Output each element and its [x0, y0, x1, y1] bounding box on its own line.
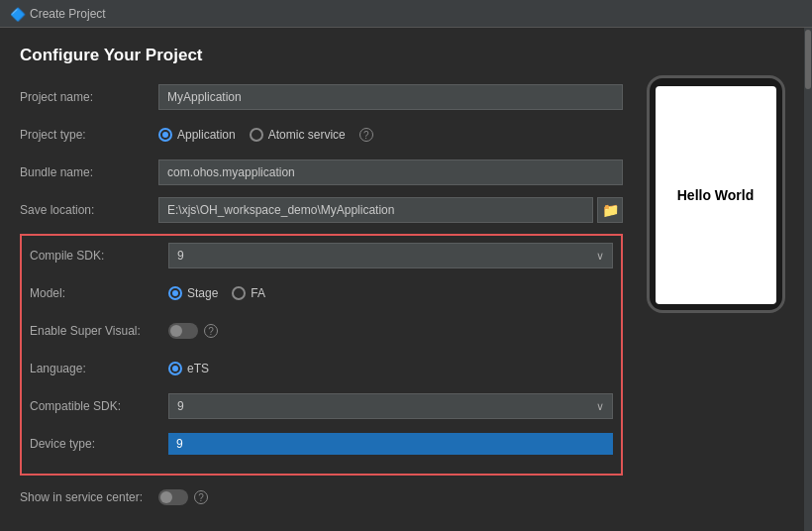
hello-world-text: Hello World [677, 187, 755, 203]
radio-atomic-service-circle [250, 128, 263, 142]
app-icon: 🔷 [10, 7, 24, 21]
super-visual-label: Enable Super Visual: [30, 324, 168, 338]
compatible-sdk-chevron: ∨ [596, 400, 604, 413]
phone-screen: Hello World [656, 86, 776, 304]
title-bar: 🔷 Create Project [0, 0, 812, 28]
radio-ets-circle [168, 362, 182, 375]
device-type-selected[interactable]: 9 [168, 433, 613, 455]
browse-button[interactable]: 📁 [597, 197, 623, 223]
radio-fa-circle [232, 286, 246, 300]
radio-ets-label: eTS [187, 362, 209, 375]
service-center-label: Show in service center: [20, 490, 158, 504]
compatible-sdk-row: Compatible SDK: 9 ∨ [30, 392, 613, 420]
bundle-name-row: Bundle name: [20, 159, 623, 186]
project-type-row: Project type: Application Atomic service… [20, 121, 623, 149]
scrollbar[interactable] [804, 28, 812, 531]
radio-application-label: Application [177, 128, 236, 142]
dialog-heading: Configure Your Project [20, 46, 623, 65]
project-name-input[interactable] [158, 84, 623, 110]
radio-application-circle [158, 128, 172, 142]
save-location-label: Save location: [20, 203, 158, 217]
red-bordered-section: Compile SDK: 9 ∨ Model: Stage [20, 234, 623, 476]
title-bar-text: Create Project [30, 7, 106, 21]
project-type-options: Application Atomic service ? [158, 128, 373, 142]
dialog: Configure Your Project Project name: Pro… [0, 28, 812, 531]
service-center-help-icon[interactable]: ? [194, 490, 208, 504]
device-type-row: Device type: 9 [30, 430, 613, 458]
compile-sdk-value: 9 [177, 249, 184, 263]
super-visual-help-icon[interactable]: ? [204, 324, 218, 338]
radio-atomic-service-label: Atomic service [268, 128, 346, 142]
language-row: Language: eTS [30, 355, 613, 382]
project-name-row: Project name: [20, 83, 623, 111]
super-visual-row: Enable Super Visual: ? [30, 317, 613, 345]
dialog-content: Configure Your Project Project name: Pro… [0, 28, 812, 531]
compile-sdk-select[interactable]: 9 ∨ [168, 243, 613, 268]
device-type-dropdown[interactable]: 9 [168, 433, 613, 455]
service-center-toggle[interactable] [158, 489, 188, 505]
save-location-input[interactable] [158, 197, 593, 223]
form-panel: Configure Your Project Project name: Pro… [20, 46, 623, 521]
project-type-help-icon[interactable]: ? [359, 128, 373, 142]
radio-ets[interactable]: eTS [168, 362, 209, 375]
service-center-row: Show in service center: ? [20, 483, 623, 511]
radio-fa-label: FA [251, 286, 265, 300]
super-visual-controls: ? [168, 323, 218, 339]
compile-sdk-chevron: ∨ [596, 250, 604, 263]
bundle-name-input[interactable] [158, 159, 623, 185]
super-visual-toggle[interactable] [168, 323, 198, 339]
radio-stage-circle [168, 286, 182, 300]
radio-fa[interactable]: FA [232, 286, 265, 300]
radio-atomic-service[interactable]: Atomic service [250, 128, 346, 142]
compatible-sdk-label: Compatible SDK: [30, 399, 168, 413]
save-location-row: Save location: 📁 [20, 196, 623, 224]
compatible-sdk-value: 9 [177, 399, 184, 413]
service-center-toggle-thumb [160, 491, 172, 503]
phone-frame: Hello World [647, 75, 785, 313]
radio-application[interactable]: Application [158, 128, 236, 142]
radio-stage-label: Stage [187, 286, 218, 300]
service-center-controls: ? [158, 489, 208, 505]
scrollbar-thumb [805, 30, 811, 89]
model-label: Model: [30, 286, 168, 300]
model-row: Model: Stage FA [30, 279, 613, 307]
language-options: eTS [168, 362, 209, 375]
project-name-label: Project name: [20, 90, 158, 104]
project-type-label: Project type: [20, 128, 158, 142]
compile-sdk-label: Compile SDK: [30, 249, 168, 263]
language-label: Language: [30, 362, 168, 375]
location-wrap: 📁 [158, 197, 623, 223]
toggle-thumb [170, 325, 182, 337]
preview-panel: Hello World [639, 46, 792, 521]
device-type-label: Device type: [30, 437, 168, 451]
compatible-sdk-select[interactable]: 9 ∨ [168, 393, 613, 419]
radio-stage[interactable]: Stage [168, 286, 218, 300]
model-options: Stage FA [168, 286, 265, 300]
compile-sdk-row: Compile SDK: 9 ∨ [30, 242, 613, 269]
bundle-name-label: Bundle name: [20, 165, 158, 179]
